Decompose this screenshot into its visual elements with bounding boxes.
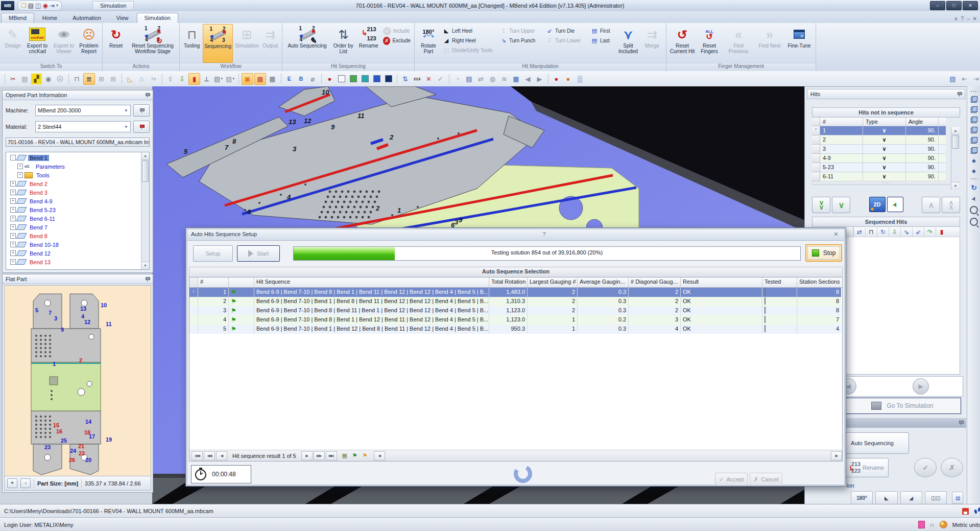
- play-forward-button[interactable]: ▶: [913, 378, 929, 395]
- design-button[interactable]: ✎ Design: [2, 24, 23, 63]
- select-cursor-button[interactable]: ➤: [887, 197, 903, 212]
- turn-punch-icon[interactable]: ⇘: [900, 227, 912, 237]
- viewer-icon[interactable]: ◉: [43, 74, 54, 84]
- tree-icon[interactable]: ▦: [340, 452, 349, 459]
- hits-row[interactable]: ›1∨90.: [812, 126, 960, 135]
- output-button[interactable]: ⇉ Output: [261, 24, 280, 63]
- scroll-thumb[interactable]: [142, 160, 149, 182]
- tool-red-icon[interactable]: ▮: [936, 227, 947, 237]
- expand-icon[interactable]: -: [10, 155, 16, 160]
- hits-row[interactable]: 3∨90.: [812, 145, 960, 154]
- lock-icon[interactable]: TS: [148, 74, 159, 84]
- align-icon[interactable]: ⇄: [853, 227, 865, 237]
- stop-record-icon[interactable]: ●: [551, 74, 562, 84]
- color-blue-icon[interactable]: [371, 74, 382, 84]
- target-icon[interactable]: ◍: [487, 74, 498, 84]
- merge-button[interactable]: ⇉ Merge: [641, 24, 663, 63]
- measure-icon[interactable]: ◺: [125, 74, 135, 84]
- right-heel-button[interactable]: ◢: [900, 491, 922, 504]
- tooling-icon[interactable]: ⊓: [71, 74, 82, 84]
- frame-icon[interactable]: ▣: [242, 73, 253, 85]
- tab-automation[interactable]: Automation: [65, 13, 108, 23]
- rename-hits-button[interactable]: 213↳123 Rename: [844, 458, 889, 477]
- dock-left-icon[interactable]: ⇤: [959, 74, 970, 84]
- move-down-icon[interactable]: ⇩: [177, 74, 187, 84]
- material-select[interactable]: 2 Steel44▼: [35, 121, 131, 132]
- machine-select[interactable]: MBend 200-3000▼: [35, 105, 131, 116]
- hits-row[interactable]: 2∨90.: [812, 135, 960, 145]
- right-heel-button[interactable]: ◢ Right Heel: [441, 36, 498, 45]
- expand-icon[interactable]: +: [10, 190, 16, 195]
- turn-lower-icon[interactable]: ↷: [924, 227, 936, 237]
- auto-sequencing-button[interactable]: 1243✎ Auto Sequencing: [284, 24, 330, 63]
- help-icon[interactable]: ?: [961, 16, 964, 21]
- b-icon[interactable]: B: [296, 74, 306, 84]
- view-3d-icon[interactable]: ◈: [972, 157, 976, 164]
- next-icon[interactable]: ▶: [534, 74, 545, 84]
- expand-icon[interactable]: +: [10, 242, 16, 247]
- mdi-close-icon[interactable]: ✕: [973, 16, 977, 21]
- check-icon[interactable]: ✓: [435, 74, 446, 84]
- confirm-button[interactable]: ✓: [914, 458, 937, 477]
- hit-type-icon[interactable]: ∨: [863, 126, 906, 135]
- nav-prev-button[interactable]: |◀◀: [192, 451, 203, 460]
- list-view-button[interactable]: ▤: [952, 492, 963, 504]
- turn-die-icon[interactable]: ⇙: [912, 227, 924, 237]
- tree-item-bend-8[interactable]: +Bend 8: [7, 232, 141, 240]
- pin-icon[interactable]: [959, 421, 963, 425]
- sequence-result-row[interactable]: 4⚑Bend 6-9 | Bend 7-10 | Bend 8 | Bend 1…: [189, 315, 842, 325]
- pin-icon[interactable]: [145, 277, 150, 282]
- tab-view[interactable]: View: [109, 13, 136, 23]
- first-button[interactable]: ▤ First: [589, 26, 615, 36]
- turn-punch-button[interactable]: ⇘ Turn Punch: [498, 36, 544, 45]
- grid-icon[interactable]: ▦: [267, 74, 278, 84]
- palette-icon[interactable]: [940, 521, 947, 528]
- exit-icon[interactable]: ⇥: [50, 3, 55, 9]
- dialog-titlebar[interactable]: Auto Hits Sequence Setup ? ✕: [186, 228, 846, 241]
- report-icon[interactable]: ▤: [19, 74, 30, 84]
- view-back-icon[interactable]: [971, 117, 977, 123]
- tested-checkbox[interactable]: [764, 325, 766, 332]
- list-right-icon[interactable]: ▤: [947, 74, 958, 84]
- reset-current-hit-button[interactable]: ↺ Reset Current Hit: [668, 24, 696, 63]
- drag-handle[interactable]: [970, 90, 977, 93]
- exclude-button[interactable]: ✗ Exclude: [381, 36, 413, 45]
- reset-button[interactable]: ↻ Reset: [105, 24, 127, 63]
- expand-icon[interactable]: +: [17, 172, 23, 178]
- swap-icon[interactable]: ⇄: [475, 74, 486, 84]
- tested-checkbox[interactable]: [764, 316, 766, 323]
- tree-item-bend-5-23[interactable]: +Bend 5-23: [7, 205, 141, 214]
- nav-next-button[interactable]: ▶: [301, 451, 313, 460]
- cancel-button[interactable]: ✗Cancel: [750, 473, 782, 486]
- setup-button[interactable]: Setup: [193, 245, 233, 262]
- tree-item-bend-3[interactable]: +Bend 3: [7, 188, 141, 197]
- expand-icon[interactable]: +: [10, 216, 16, 221]
- mirror-icon[interactable]: ⊓: [865, 227, 877, 237]
- part-icon[interactable]: ▩: [254, 73, 266, 85]
- scroll-thumb[interactable]: [952, 135, 959, 149]
- split-included-button[interactable]: ⋎ Split Included: [616, 24, 640, 63]
- reset-sequencing-workflow-stage-button[interactable]: 1243↻ Reset Sequencing Workflow Stage: [128, 24, 177, 63]
- yellow-flag-icon[interactable]: ⚑: [361, 452, 370, 459]
- hit-type-icon[interactable]: ∨: [863, 145, 906, 154]
- group-label-switch-to[interactable]: Switch To: [0, 63, 102, 71]
- export-to-cnckad-button[interactable]: cncKad Export to cncKad: [25, 24, 50, 63]
- hits-row[interactable]: 5-23∨90.: [812, 163, 960, 172]
- move-hit-up-button[interactable]: ∧∧: [942, 197, 960, 213]
- nav-next-button[interactable]: ▶▶: [314, 451, 325, 460]
- view-iso-icon[interactable]: [971, 96, 977, 103]
- mode-2d-button[interactable]: 2D: [869, 197, 886, 212]
- group-label-finger-management[interactable]: Finger Management: [666, 63, 816, 71]
- press-menu-icon[interactable]: ▤▾: [213, 74, 224, 84]
- scroll-right-icon[interactable]: ▶: [831, 451, 842, 460]
- zoom-in-icon[interactable]: [970, 206, 978, 214]
- close-button[interactable]: ✕: [963, 1, 978, 10]
- mdi-minimize-icon[interactable]: –: [967, 16, 970, 21]
- expand-icon[interactable]: +: [17, 164, 23, 169]
- group-label-workflow[interactable]: Workflow: [180, 63, 282, 71]
- machine-pin-button[interactable]: [133, 104, 150, 117]
- view-3d-alt-icon[interactable]: ◈: [972, 168, 976, 174]
- zoom-out-button[interactable]: -: [20, 478, 31, 488]
- tree-item-tools[interactable]: +Tools: [7, 171, 141, 179]
- tree-scrollbar[interactable]: ▲ ▼: [141, 152, 149, 269]
